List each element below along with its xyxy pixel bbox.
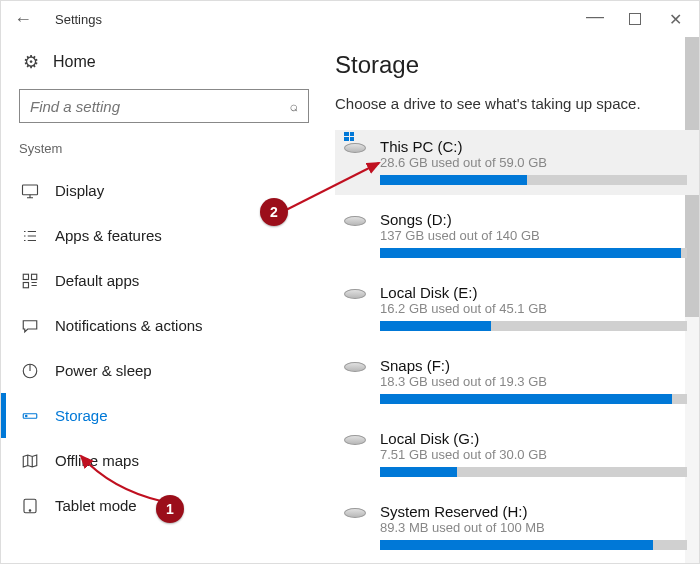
sidebar-item-label: Power & sleep: [55, 362, 152, 379]
sidebar-item-default-apps[interactable]: Default apps: [1, 258, 327, 303]
sidebar-item-label: Storage: [55, 407, 108, 424]
main-panel: Storage Choose a drive to see what's tak…: [327, 37, 699, 563]
titlebar: ← Settings — ✕: [1, 1, 699, 37]
drive-icon: [340, 138, 370, 185]
maximize-button[interactable]: [615, 3, 655, 35]
page-description: Choose a drive to see what's taking up s…: [335, 95, 699, 112]
drive-icon: [340, 357, 370, 404]
monitor-icon: [19, 182, 41, 200]
usage-bar: [380, 321, 687, 331]
chat-icon: [19, 317, 41, 335]
drive-name: Songs (D:): [380, 211, 687, 228]
drive-info: Local Disk (E:)16.2 GB used out of 45.1 …: [370, 284, 687, 331]
svg-rect-0: [23, 185, 38, 195]
category-label: System: [1, 141, 327, 168]
drive-icon: [340, 503, 370, 550]
annotation-badge-1: 1: [156, 495, 184, 523]
svg-point-6: [26, 415, 28, 417]
sidebar-item-label: Default apps: [55, 272, 139, 289]
home-link[interactable]: ⚙ Home: [1, 45, 327, 89]
drive-list: This PC (C:)28.6 GB used out of 59.0 GBS…: [335, 130, 699, 560]
map-icon: [19, 452, 41, 470]
drive-name: Snaps (F:): [380, 357, 687, 374]
window-controls: — ✕: [575, 3, 695, 35]
search-icon: ⌕: [290, 98, 298, 114]
drive-name: Local Disk (E:): [380, 284, 687, 301]
svg-rect-1: [23, 274, 28, 279]
sidebar-item-label: Notifications & actions: [55, 317, 203, 334]
drive-info: System Reserved (H:)89.3 MB used out of …: [370, 503, 687, 550]
drive-name: Local Disk (G:): [380, 430, 687, 447]
storage-icon: [19, 407, 41, 425]
tablet-icon: [19, 497, 41, 515]
drive-row[interactable]: This PC (C:)28.6 GB used out of 59.0 GB: [335, 130, 699, 195]
sidebar-item-label: Display: [55, 182, 104, 199]
drive-name: This PC (C:): [380, 138, 687, 155]
drive-info: Songs (D:)137 GB used out of 140 GB: [370, 211, 687, 258]
annotation-badge-2: 2: [260, 198, 288, 226]
power-icon: [19, 362, 41, 380]
sidebar-item-power[interactable]: Power & sleep: [1, 348, 327, 393]
svg-rect-2: [32, 274, 37, 279]
usage-bar: [380, 394, 687, 404]
drive-name: System Reserved (H:): [380, 503, 687, 520]
svg-rect-3: [23, 282, 28, 287]
drive-usage: 89.3 MB used out of 100 MB: [380, 520, 687, 535]
gear-icon: ⚙: [23, 51, 39, 73]
drive-usage: 28.6 GB used out of 59.0 GB: [380, 155, 687, 170]
drive-info: Snaps (F:)18.3 GB used out of 19.3 GB: [370, 357, 687, 404]
sidebar-item-label: Apps & features: [55, 227, 162, 244]
drive-icon: [340, 211, 370, 258]
sidebar-item-label: Offline maps: [55, 452, 139, 469]
back-button[interactable]: ←: [5, 9, 41, 30]
drive-row[interactable]: Songs (D:)137 GB used out of 140 GB: [335, 203, 699, 268]
drive-row[interactable]: Local Disk (E:)16.2 GB used out of 45.1 …: [335, 276, 699, 341]
drive-row[interactable]: System Reserved (H:)89.3 MB used out of …: [335, 495, 699, 560]
sidebar: ⚙ Home ⌕ System Display Apps & features …: [1, 37, 327, 563]
sidebar-item-notifications[interactable]: Notifications & actions: [1, 303, 327, 348]
drive-info: This PC (C:)28.6 GB used out of 59.0 GB: [370, 138, 687, 185]
minimize-button[interactable]: —: [575, 3, 615, 35]
search-input[interactable]: [30, 98, 290, 115]
sidebar-item-label: Tablet mode: [55, 497, 137, 514]
usage-bar: [380, 467, 687, 477]
home-label: Home: [53, 53, 96, 71]
drive-icon: [340, 430, 370, 477]
usage-bar: [380, 540, 687, 550]
usage-bar: [380, 248, 687, 258]
sidebar-item-offline-maps[interactable]: Offline maps: [1, 438, 327, 483]
drive-row[interactable]: Snaps (F:)18.3 GB used out of 19.3 GB: [335, 349, 699, 414]
drive-usage: 16.2 GB used out of 45.1 GB: [380, 301, 687, 316]
drive-info: Local Disk (G:)7.51 GB used out of 30.0 …: [370, 430, 687, 477]
windows-logo-icon: [344, 132, 354, 141]
close-button[interactable]: ✕: [655, 3, 695, 35]
drive-usage: 7.51 GB used out of 30.0 GB: [380, 447, 687, 462]
drive-row[interactable]: Local Disk (G:)7.51 GB used out of 30.0 …: [335, 422, 699, 487]
search-box[interactable]: ⌕: [19, 89, 309, 123]
usage-bar: [380, 175, 687, 185]
grid-icon: [19, 272, 41, 290]
sidebar-item-storage[interactable]: Storage: [1, 393, 327, 438]
svg-point-8: [29, 509, 31, 511]
list-icon: [19, 227, 41, 245]
drive-usage: 18.3 GB used out of 19.3 GB: [380, 374, 687, 389]
drive-icon: [340, 284, 370, 331]
window-title: Settings: [41, 12, 575, 27]
drive-usage: 137 GB used out of 140 GB: [380, 228, 687, 243]
page-title: Storage: [335, 51, 699, 79]
